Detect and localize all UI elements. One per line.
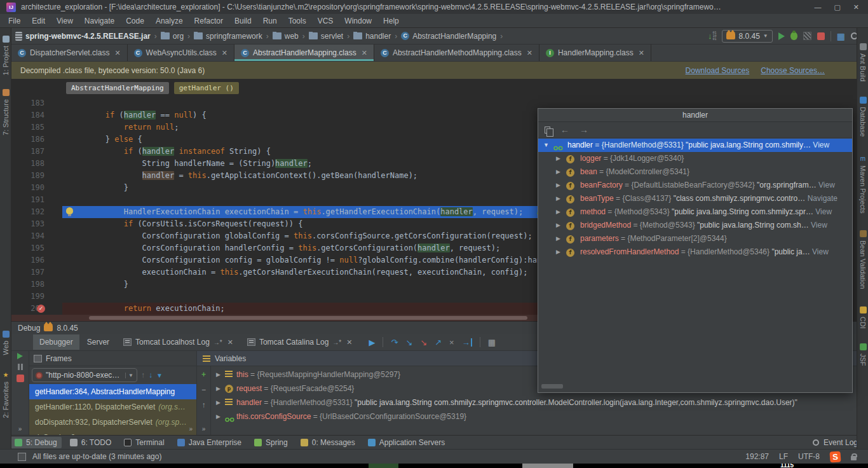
debug-tab-debugger[interactable]: Debugger [33,334,79,350]
stop-button[interactable] [817,32,825,40]
resume-button[interactable] [17,353,23,359]
banner-link[interactable]: Download Sources [686,66,750,75]
menu-navigate[interactable]: Navigate [79,15,120,27]
breadcrumb-chip-class[interactable]: AbstractHandlerMapping [66,82,169,94]
expand-toggle-icon[interactable]: ▶ [556,232,560,245]
expand-toggle-icon[interactable]: ▶ [216,396,220,410]
menu-code[interactable]: Code [120,15,150,27]
project-structure-icon[interactable]: ▦ [837,32,845,41]
variables-more-icon[interactable]: » [202,425,206,432]
breadcrumb-item[interactable]: handler [353,32,391,41]
thread-combobox[interactable]: "http-nio-8080-exec… ▼ [32,368,137,382]
input-method-icon[interactable]: S [829,451,841,462]
tool-stripe-1-project[interactable]: 1: Project [1,36,11,75]
menu-refactor[interactable]: Refactor [189,15,229,27]
menu-window[interactable]: Window [339,15,377,27]
debug-tab-server[interactable]: Server [81,334,116,350]
maximize-button[interactable]: ▢ [834,3,840,11]
step-out-icon[interactable]: ↗ [435,338,442,347]
stop-process-button[interactable] [17,375,24,382]
debug-tab-tomcat-catalina-log[interactable]: Tomcat Catalina Log→*✕ [241,334,359,350]
breadcrumb-chip-method[interactable]: getHandler () [174,82,239,94]
frames-more-icon[interactable]: » [189,425,193,432]
tool-window-button-terminal[interactable]: Terminal [119,437,168,448]
tool-stripe-ant-build[interactable]: Ant Build [858,43,868,81]
menu-edit[interactable]: Edit [26,15,51,27]
breadcrumb-item[interactable]: org [161,32,184,41]
menu-view[interactable]: View [51,15,79,27]
popup-variable-row[interactable]: ▶fbeanFactory = {DefaultListableBeanFact… [538,179,852,192]
menu-help[interactable]: Help [377,15,405,27]
expand-toggle-icon[interactable]: ▶ [556,179,560,192]
tab-handlermapping-class[interactable]: IHandlerMapping.class✕ [539,45,651,61]
tool-stripe-cdi[interactable]: CDI [858,306,868,329]
view-link[interactable]: View [809,221,827,230]
close-icon[interactable]: ✕ [346,338,352,347]
breadcrumb-item[interactable]: servlet [309,32,343,41]
breadcrumb-item[interactable]: web [273,32,299,41]
close-icon[interactable]: ✕ [114,49,120,57]
step-into-icon[interactable]: ↘ [405,338,412,347]
expand-toggle-icon[interactable]: ▶ [556,165,560,179]
file-encoding[interactable]: UTF-8 [798,452,820,461]
view-link[interactable]: View [817,181,835,189]
expand-toggle-icon[interactable]: ▶ [216,368,220,382]
pause-button[interactable] [18,364,23,370]
add-watch-icon[interactable]: + [201,370,206,379]
step-over-icon[interactable]: ↷ [391,338,398,347]
tool-window-button-todo[interactable]: 6: TODO [65,437,116,448]
variable-row[interactable]: ▶this.corsConfigSource = {UrlBasedCorsCo… [211,410,857,423]
menu-run[interactable]: Run [257,15,283,27]
popup-variable-row[interactable]: ▶fresolvedFromHandlerMethod = {HandlerMe… [538,245,852,259]
frame-up-icon[interactable]: ↑ [141,371,145,380]
popup-variable-row[interactable]: ▶flogger = {Jdk14Logger@5340} [538,152,852,165]
close-icon[interactable]: ✕ [527,49,532,57]
tool-stripe-web[interactable]: Web [1,331,11,355]
editor-hscrollbar[interactable] [11,315,538,321]
caret-position[interactable]: 192:87 [745,452,769,461]
close-icon[interactable]: ✕ [639,49,644,57]
back-icon[interactable]: ← [560,125,569,135]
close-icon[interactable]: ✕ [222,49,227,57]
tool-stripe-2-favorites[interactable]: ★2: Favorites [1,371,11,418]
copy-icon[interactable] [545,127,550,134]
show-execution-point-icon[interactable]: ▶ [369,338,375,347]
stack-frame-row[interactable]: getHandler:1120, DispatcherServlet(org.s… [29,399,196,415]
update-project-icon[interactable]: ↓ 011001 [708,31,717,41]
stack-frame-row[interactable]: doService:9… [29,430,196,435]
forward-icon[interactable]: → [580,125,588,135]
tool-window-button-java-ee[interactable]: Java Enterprise [173,437,246,448]
tool-window-button-spring[interactable]: Spring [250,437,292,448]
run-configuration-select[interactable]: 8.0.45 ▼ [722,30,772,43]
popup-variable-row[interactable]: ▶fbean = {ModelController@5341} [538,165,852,179]
frame-down-icon[interactable]: ↓ [149,371,153,380]
tool-stripe-bean-validation[interactable]: Bean Validation [858,230,868,289]
expand-toggle-icon[interactable]: ▶ [556,219,560,232]
expand-toggle-icon[interactable]: ▶ [556,192,560,205]
remove-watch-icon[interactable]: − [201,385,206,394]
popup-variable-row[interactable]: ▶fmethod = {Method@5343} "public java.la… [538,205,852,219]
banner-link[interactable]: Choose Sources… [761,66,825,75]
minimize-button[interactable]: — [814,3,821,11]
expand-toggle-icon[interactable]: ▶ [216,410,220,423]
breadcrumb-item[interactable]: CAbstractHandlerMapping [401,32,496,41]
view-link[interactable]: View [813,207,832,216]
view-link[interactable]: Navigate [805,194,837,203]
popup-variable-row[interactable]: ▶fparameters = {MethodParameter[2]@5344} [538,232,852,245]
view-link[interactable]: View [811,141,829,149]
coverage-button[interactable] [803,32,811,40]
expand-toggle-icon[interactable]: ▶ [556,245,560,259]
menu-tools[interactable]: Tools [283,15,312,27]
debug-tab-tomcat-localhost-log[interactable]: Tomcat Localhost Log→*✕ [117,334,240,350]
line-separator[interactable]: LF [779,452,788,461]
move-up-icon[interactable]: ↑ [202,401,206,410]
close-button[interactable]: ✕ [853,3,859,11]
breadcrumb-item[interactable]: springframework [194,32,262,41]
stack-frame-row[interactable]: doDispatch:932, DispatcherServlet(org.sp… [29,415,196,430]
view-link[interactable]: View [810,247,829,256]
expand-toggle-icon[interactable]: ▶ [216,382,220,396]
close-icon[interactable]: ✕ [227,338,233,347]
event-log-button[interactable]: Event Log [813,438,858,447]
drop-frame-icon[interactable]: × [449,338,454,347]
tool-window-button-debug[interactable]: 5: Debug [10,437,62,448]
